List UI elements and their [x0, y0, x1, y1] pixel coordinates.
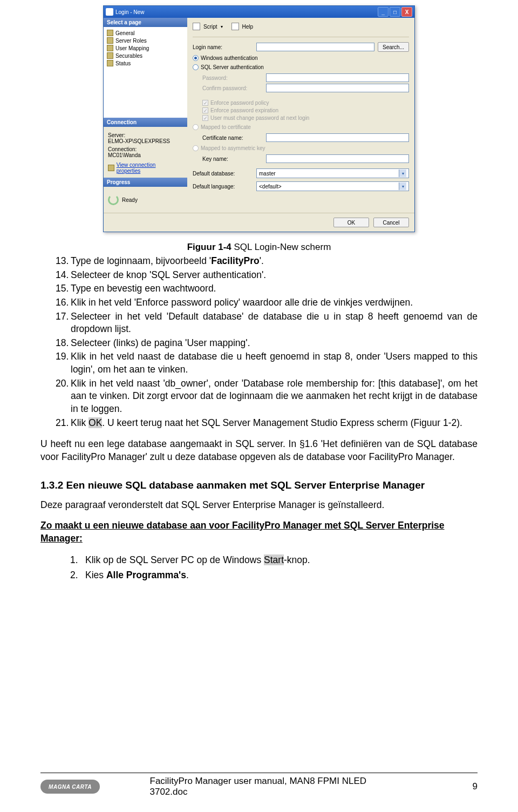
list-item: 16.Klik in het veld 'Enforce password po… [56, 296, 478, 309]
titlebar: Login - New _ □ X [104, 6, 414, 18]
main-panel: Script ▾ Help Login name: Search... Wind… [187, 18, 414, 213]
progress-header: Progress [104, 178, 187, 187]
chevron-down-icon: ▾ [399, 182, 406, 190]
select-page-header: Select a page [104, 18, 187, 27]
list-item: 19.Klik in het veld naast de database di… [56, 350, 478, 376]
script-button[interactable]: Script [203, 24, 217, 30]
properties-icon [108, 165, 114, 171]
default-lang-select[interactable]: <default> ▾ [256, 181, 409, 191]
mapped-asym-radio: Mapped to asymmetric key [193, 145, 409, 151]
default-db-select[interactable]: master ▾ [256, 168, 409, 178]
key-name-input [266, 154, 409, 163]
paragraph: U heeft nu een lege database aangemaakt … [40, 438, 478, 463]
login-new-dialog: Login - New _ □ X Select a page General … [103, 5, 415, 232]
cert-name-label: Certificate name: [202, 135, 263, 141]
sidebar-item-user-mapping[interactable]: User Mapping [104, 44, 187, 52]
footer-title: FacilityPro Manager user manual, MAN8 FP… [150, 776, 369, 797]
sidebar: Select a page General Server Roles User … [104, 18, 187, 213]
radio-off-icon [193, 64, 199, 70]
list-item: 1.Klik op de SQL Server PC op de Windows… [70, 552, 478, 567]
script-icon [193, 23, 200, 30]
page-icon [107, 37, 113, 44]
server-value: ELMO-XP\SQLEXPRESS [108, 138, 183, 144]
confirm-password-input [266, 84, 409, 92]
radio-off-icon [193, 124, 199, 130]
default-db-label: Default database: [193, 171, 253, 177]
sql-auth-radio[interactable]: SQL Server authentication [193, 64, 409, 70]
paragraph: Deze paragraaf veronderstelt dat SQL Ser… [40, 499, 478, 512]
sidebar-item-general[interactable]: General [104, 29, 187, 37]
password-input [266, 73, 409, 82]
sidebar-item-server-roles[interactable]: Server Roles [104, 37, 187, 44]
list-item: 20.Klik in het veld naast 'db_owner', on… [56, 377, 478, 416]
password-label: Password: [202, 75, 263, 81]
login-name-label: Login name: [193, 44, 253, 50]
view-connection-link[interactable]: View connection properties [117, 162, 180, 174]
checkbox-icon: ✓ [202, 100, 208, 106]
enforce-expiration-check: ✓ Enforce password expiration [202, 107, 409, 113]
list-item: 13.Type de loginnaam, bijvoorbeeld 'Faci… [56, 255, 478, 268]
windows-auth-radio[interactable]: Windows authentication [193, 55, 409, 61]
close-button[interactable]: X [401, 7, 412, 17]
magna-carta-logo: MAGNA CARTA [40, 780, 100, 794]
list-item: 2.Kies Alle Programma's. [70, 567, 478, 583]
sidebar-item-status[interactable]: Status [104, 59, 187, 67]
search-button[interactable]: Search... [378, 42, 409, 52]
mapped-cert-radio: Mapped to certificate [193, 124, 409, 130]
figure-caption: Figuur 1-4 SQL Login-New scherm [40, 242, 478, 253]
list-item: 14.Selecteer de knop 'SQL Server authent… [56, 269, 478, 282]
sidebar-item-securables[interactable]: Securables [104, 52, 187, 59]
checkbox-icon: ✓ [202, 107, 208, 113]
page-icon [107, 45, 113, 51]
confirm-password-label: Confirm password: [202, 85, 263, 91]
list-item: 21.Klik OK. U keert terug naat het SQL S… [56, 417, 478, 430]
radio-on-icon [193, 55, 199, 61]
cancel-button[interactable]: Cancel [373, 218, 409, 227]
chevron-down-icon: ▾ [399, 170, 406, 177]
progress-status: Ready [122, 197, 138, 203]
app-icon [106, 8, 113, 16]
maximize-button[interactable]: □ [390, 7, 400, 17]
list-item: 15.Type en bevestig een wachtwoord. [56, 282, 478, 295]
instruction-list: 13.Type de loginnaam, bijvoorbeeld 'Faci… [56, 255, 478, 429]
list-item: 17.Selecteer in het veld 'Default databa… [56, 310, 478, 336]
procedure-title: Zo maakt u een nieuwe database aan voor … [40, 519, 478, 545]
enforce-policy-check: ✓ Enforce password policy [202, 100, 409, 106]
section-heading: 1.3.2 Een nieuwe SQL database aanmaken m… [40, 479, 478, 491]
progress-spinner-icon [108, 194, 119, 205]
window-title: Login - New [115, 9, 144, 15]
connection-value: MC01\Wanda [108, 152, 183, 158]
dropdown-icon[interactable]: ▾ [221, 24, 223, 29]
page-footer: MAGNA CARTA FacilityPro Manager user man… [40, 773, 478, 794]
page-number: 9 [473, 781, 478, 792]
list-item: 18.Selecteer (links) de pagina 'User map… [56, 337, 478, 350]
minimize-button[interactable]: _ [378, 7, 388, 17]
server-label: Server: [108, 132, 183, 138]
cert-name-input [266, 133, 409, 142]
default-lang-label: Default language: [193, 184, 253, 190]
page-icon [107, 30, 113, 36]
checkbox-icon: ✓ [202, 115, 208, 121]
login-name-input[interactable] [256, 43, 374, 51]
radio-off-icon [193, 145, 199, 151]
instruction-list-2: 1.Klik op de SQL Server PC op de Windows… [70, 552, 478, 583]
connection-label: Connection: [108, 146, 183, 152]
help-button[interactable]: Help [242, 24, 254, 30]
page-icon [107, 60, 113, 66]
key-name-label: Key name: [202, 156, 263, 162]
help-icon [231, 23, 239, 30]
page-icon [107, 52, 113, 59]
connection-header: Connection [104, 118, 187, 127]
must-change-check: ✓ User must change password at next logi… [202, 115, 409, 121]
ok-button[interactable]: OK [333, 218, 369, 227]
